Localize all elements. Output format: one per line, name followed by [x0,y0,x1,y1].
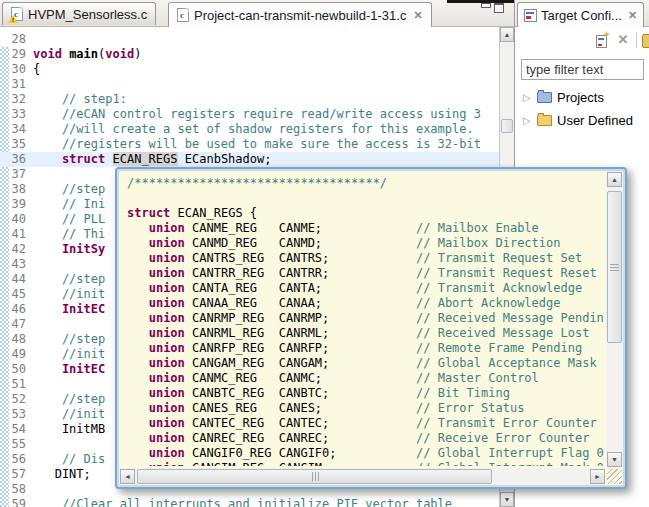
popup-code-line: union CANTA_REG CANTA; // Transmit Ackno… [127,281,604,296]
popup-code-line: union CANGAM_REG CANGAM; // Global Accep… [127,356,604,371]
scrollbar-thumb[interactable] [137,469,492,484]
line-number: 48 [0,332,30,347]
scroll-up-icon[interactable]: ▲ [607,172,622,187]
code-line[interactable]: 35 //registers will be used to make sure… [0,137,499,152]
line-number: 47 [0,317,30,332]
code-text [33,77,499,92]
scroll-left-icon[interactable]: ◄ [120,469,135,484]
line-number: 39 [0,197,30,212]
panel-tab-bar: Target Confi... ✕ [515,0,649,27]
code-text: //eCAN control registers require read/wr… [33,107,499,122]
code-text: //Clear all interrupts and initialize PI… [33,497,499,507]
line-number: 42 [0,242,30,257]
popup-code-line: union CANRFP_REG CANRFP; // Remote Frame… [127,341,604,356]
line-number: 44 [0,272,30,287]
tab-target-configurations[interactable]: Target Confi... ✕ [517,2,644,27]
scroll-down-icon[interactable]: ▼ [607,452,622,467]
popup-vertical-scrollbar[interactable]: ▲ ▼ [606,171,623,467]
scroll-down-icon[interactable]: ▼ [500,492,514,507]
expand-arrow-icon[interactable]: ▷ [523,92,532,103]
line-number: 45 [0,287,30,302]
c-file-icon: c [177,8,189,22]
folder-icon [537,92,552,103]
minimize-button[interactable] [481,3,491,12]
tab-label: HVPM_Sensorless.c [28,7,147,22]
line-number: 31 [0,77,30,92]
tab-hvpm-sensorless[interactable]: c ! HVPM_Sensorless.c [2,2,156,25]
panel-tab-label: Target Confi... [541,8,622,23]
code-line[interactable]: 29void main(void) [0,47,499,62]
scrollbar-thumb[interactable] [501,119,513,133]
line-number: 50 [0,362,30,377]
line-number: 52 [0,392,30,407]
line-number: 36 [0,152,30,167]
line-number: 56 [0,452,30,467]
popup-horizontal-scrollbar[interactable]: ◄ ► [119,468,605,485]
code-line[interactable]: 28 [0,32,499,47]
code-text: //registers will be used to make sure th… [33,137,499,152]
code-text: { [33,62,499,77]
code-line[interactable]: 32 // step1: [0,92,499,107]
popup-code-line: union CANTRS_REG CANTRS; // Transmit Req… [127,251,604,266]
popup-code-line: /**********************************/ [127,176,604,191]
popup-code-line: union CANAA_REG CANAA; // Abort Acknowle… [127,296,604,311]
popup-code-line: union CANMC_REG CANMC; // Master Control [127,371,604,386]
popup-code-line: union CANES_REG CANES; // Error Status [127,401,604,416]
code-text: //will create a set of shadow registers … [33,122,499,137]
code-text [33,32,499,47]
line-number: 35 [0,137,30,152]
folder-icon [537,115,552,126]
tab-label: Project-can-transmit-newbuild-1-31.c [194,8,406,23]
code-text: struct ECAN_REGS ECanbShadow; [33,152,499,167]
popup-code-line: union CANRML_REG CANRML; // Received Mes… [127,326,604,341]
page-fold-icon [185,8,189,12]
popup-code-line: union CANME_REG CANME; // Mailbox Enable [127,221,604,236]
scroll-up-icon[interactable]: ▲ [500,27,514,42]
delete-button[interactable]: ✕ [615,32,631,48]
popup-code-line: struct ECAN_REGS { [127,206,604,221]
popup-code-line: union CANRMP_REG CANRMP; // Received Mes… [127,311,604,326]
line-number: 29 [0,47,30,62]
new-target-configuration-button[interactable]: ✦ [594,32,610,48]
filter-input[interactable] [521,59,644,80]
scrollbar-thumb[interactable] [607,191,622,343]
line-number: 53 [0,407,30,422]
popup-code-line: union CANGIM_REG CANGIM; // Global Inter… [127,461,604,466]
ide-window: c ! HVPM_Sensorless.c c Project-can-tran… [0,0,649,507]
clipped-toolbar-icon[interactable] [642,32,649,48]
code-line[interactable]: 30{ [0,62,499,77]
code-line[interactable]: 34 //will create a set of shadow registe… [0,122,499,137]
tab-project-can-transmit[interactable]: c Project-can-transmit-newbuild-1-31.c ✕ [168,2,432,27]
tree-item-user-defined[interactable]: ▷User Defined [515,109,649,132]
code-line[interactable]: 36 struct ECAN_REGS ECanbShadow; [0,152,499,167]
tree-item-projects[interactable]: ▷Projects [515,86,649,109]
line-number: 49 [0,347,30,362]
panel-toolbar: ✦ ✕ [515,27,649,53]
code-line[interactable]: 59 //Clear all interrupts and initialize… [0,497,499,507]
popup-code: /**********************************/stru… [121,173,604,466]
popup-code-line [127,191,604,206]
popup-code-line: union CANMD_REG CANMD; // Mailbox Direct… [127,236,604,251]
line-number: 40 [0,212,30,227]
line-number: 32 [0,92,30,107]
editor-tab-bar: c ! HVPM_Sensorless.c c Project-can-tran… [0,0,514,27]
line-number: 57 [0,467,30,482]
popup-code-line: union CANBTC_REG CANBTC; // Bit Timing [127,386,604,401]
popup-resize-grip[interactable] [607,469,622,484]
close-icon[interactable]: ✕ [411,9,422,22]
code-line[interactable]: 33 //eCAN control registers require read… [0,107,499,122]
code-text: // step1: [33,92,499,107]
code-line[interactable]: 31 [0,77,499,92]
line-number: 33 [0,107,30,122]
popup-code-line: union CANGIF0_REG CANGIF0; // Global Int… [127,446,604,461]
close-icon[interactable]: ✕ [626,9,637,22]
scroll-right-icon[interactable]: ► [590,469,605,484]
maximize-button[interactable] [494,3,504,12]
line-number: 28 [0,32,30,47]
expand-arrow-icon[interactable]: ▷ [523,115,532,126]
target-config-icon [524,9,537,22]
popup-code-line: union CANREC_REG CANREC; // Receive Erro… [127,431,604,446]
hover-popup: /**********************************/stru… [115,167,627,489]
line-number: 34 [0,122,30,137]
tree-item-label: User Defined [557,113,633,128]
